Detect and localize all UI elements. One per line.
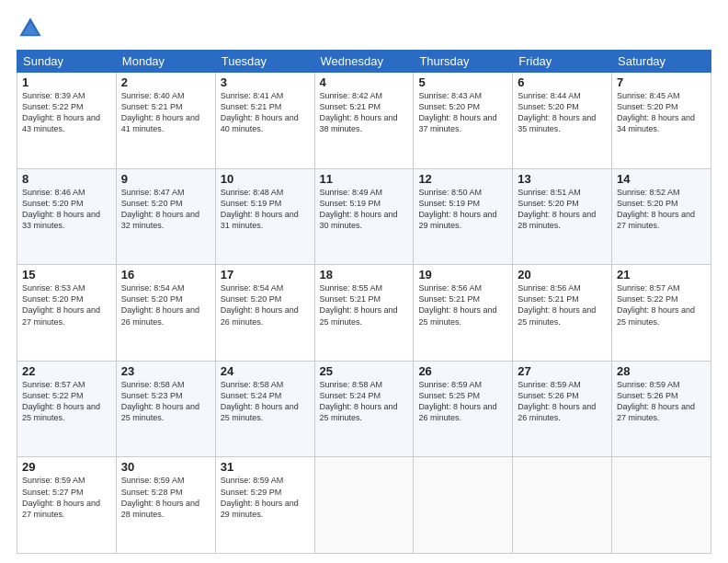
calendar-cell: 11 Sunrise: 8:49 AMSunset: 5:19 PMDaylig… [314, 168, 414, 265]
day-number: 30 [121, 460, 210, 474]
cell-info: Sunrise: 8:59 AMSunset: 5:26 PMDaylight:… [518, 380, 596, 422]
calendar-cell: 20 Sunrise: 8:56 AMSunset: 5:21 PMDaylig… [513, 265, 612, 362]
cell-info: Sunrise: 8:48 AMSunset: 5:19 PMDaylight:… [221, 188, 299, 230]
cell-info: Sunrise: 8:39 AMSunset: 5:22 PMDaylight:… [22, 91, 100, 133]
page: SundayMondayTuesdayWednesdayThursdayFrid… [0, 0, 728, 563]
header [17, 15, 711, 42]
calendar-week-row: 15 Sunrise: 8:53 AMSunset: 5:20 PMDaylig… [17, 265, 711, 362]
calendar-cell: 9 Sunrise: 8:47 AMSunset: 5:20 PMDayligh… [116, 168, 215, 265]
day-number: 16 [121, 268, 210, 282]
day-number: 22 [22, 364, 111, 378]
cell-info: Sunrise: 8:59 AMSunset: 5:27 PMDaylight:… [22, 476, 100, 518]
day-number: 24 [221, 364, 310, 378]
weekday-header: Monday [116, 51, 215, 73]
cell-info: Sunrise: 8:58 AMSunset: 5:23 PMDaylight:… [121, 380, 199, 422]
calendar-week-row: 8 Sunrise: 8:46 AMSunset: 5:20 PMDayligh… [17, 168, 711, 265]
calendar-cell: 10 Sunrise: 8:48 AMSunset: 5:19 PMDaylig… [215, 168, 314, 265]
day-number: 7 [617, 75, 706, 89]
day-number: 20 [518, 268, 607, 282]
calendar-cell: 27 Sunrise: 8:59 AMSunset: 5:26 PMDaylig… [513, 361, 612, 457]
day-number: 1 [22, 75, 111, 89]
day-number: 11 [320, 172, 409, 186]
calendar-cell: 1 Sunrise: 8:39 AMSunset: 5:22 PMDayligh… [17, 73, 117, 169]
calendar-body: 1 Sunrise: 8:39 AMSunset: 5:22 PMDayligh… [17, 73, 711, 554]
logo-icon [17, 15, 44, 42]
weekday-header: Sunday [17, 51, 117, 73]
day-number: 8 [22, 172, 111, 186]
cell-info: Sunrise: 8:53 AMSunset: 5:20 PMDaylight:… [22, 283, 100, 326]
cell-info: Sunrise: 8:59 AMSunset: 5:26 PMDaylight:… [617, 380, 695, 422]
calendar-cell: 24 Sunrise: 8:58 AMSunset: 5:24 PMDaylig… [215, 361, 314, 457]
cell-info: Sunrise: 8:58 AMSunset: 5:24 PMDaylight:… [320, 380, 398, 422]
day-number: 2 [121, 75, 210, 89]
cell-info: Sunrise: 8:55 AMSunset: 5:21 PMDaylight:… [320, 283, 398, 326]
calendar-cell: 23 Sunrise: 8:58 AMSunset: 5:23 PMDaylig… [116, 361, 215, 457]
calendar-cell [314, 457, 414, 554]
weekday-header: Thursday [414, 51, 513, 73]
day-number: 6 [518, 75, 607, 89]
calendar-cell: 28 Sunrise: 8:59 AMSunset: 5:26 PMDaylig… [612, 361, 711, 457]
calendar-cell: 8 Sunrise: 8:46 AMSunset: 5:20 PMDayligh… [17, 168, 117, 265]
calendar-cell [414, 457, 513, 554]
day-number: 4 [320, 75, 409, 89]
calendar-cell: 2 Sunrise: 8:40 AMSunset: 5:21 PMDayligh… [116, 73, 215, 169]
weekday-header: Tuesday [215, 51, 314, 73]
weekday-row: SundayMondayTuesdayWednesdayThursdayFrid… [17, 51, 711, 73]
cell-info: Sunrise: 8:42 AMSunset: 5:21 PMDaylight:… [320, 91, 398, 133]
day-number: 27 [518, 364, 607, 378]
calendar-cell: 13 Sunrise: 8:51 AMSunset: 5:20 PMDaylig… [513, 168, 612, 265]
day-number: 10 [221, 172, 310, 186]
cell-info: Sunrise: 8:52 AMSunset: 5:20 PMDaylight:… [617, 188, 695, 230]
cell-info: Sunrise: 8:56 AMSunset: 5:21 PMDaylight:… [418, 283, 496, 326]
calendar-cell: 15 Sunrise: 8:53 AMSunset: 5:20 PMDaylig… [17, 265, 117, 362]
cell-info: Sunrise: 8:54 AMSunset: 5:20 PMDaylight:… [221, 283, 299, 326]
day-number: 23 [121, 364, 210, 378]
day-number: 18 [320, 268, 409, 282]
calendar-week-row: 29 Sunrise: 8:59 AMSunset: 5:27 PMDaylig… [17, 457, 711, 554]
weekday-header: Friday [513, 51, 612, 73]
day-number: 3 [221, 75, 310, 89]
day-number: 12 [418, 172, 507, 186]
calendar-cell: 7 Sunrise: 8:45 AMSunset: 5:20 PMDayligh… [612, 73, 711, 169]
cell-info: Sunrise: 8:46 AMSunset: 5:20 PMDaylight:… [22, 188, 100, 230]
logo [17, 15, 48, 42]
day-number: 31 [221, 460, 310, 474]
calendar-cell: 25 Sunrise: 8:58 AMSunset: 5:24 PMDaylig… [314, 361, 414, 457]
cell-info: Sunrise: 8:44 AMSunset: 5:20 PMDaylight:… [518, 91, 596, 133]
calendar-cell: 31 Sunrise: 8:59 AMSunset: 5:29 PMDaylig… [215, 457, 314, 554]
weekday-header: Wednesday [314, 51, 414, 73]
calendar-cell: 18 Sunrise: 8:55 AMSunset: 5:21 PMDaylig… [314, 265, 414, 362]
calendar-header: SundayMondayTuesdayWednesdayThursdayFrid… [17, 51, 711, 73]
day-number: 26 [418, 364, 507, 378]
calendar-cell: 30 Sunrise: 8:59 AMSunset: 5:28 PMDaylig… [116, 457, 215, 554]
cell-info: Sunrise: 8:41 AMSunset: 5:21 PMDaylight:… [221, 91, 299, 133]
weekday-header: Saturday [612, 51, 711, 73]
day-number: 15 [22, 268, 111, 282]
cell-info: Sunrise: 8:49 AMSunset: 5:19 PMDaylight:… [320, 188, 398, 230]
calendar-cell: 21 Sunrise: 8:57 AMSunset: 5:22 PMDaylig… [612, 265, 711, 362]
calendar-week-row: 1 Sunrise: 8:39 AMSunset: 5:22 PMDayligh… [17, 73, 711, 169]
cell-info: Sunrise: 8:50 AMSunset: 5:19 PMDaylight:… [418, 188, 496, 230]
day-number: 25 [320, 364, 409, 378]
calendar-cell: 14 Sunrise: 8:52 AMSunset: 5:20 PMDaylig… [612, 168, 711, 265]
calendar-week-row: 22 Sunrise: 8:57 AMSunset: 5:22 PMDaylig… [17, 361, 711, 457]
day-number: 13 [518, 172, 607, 186]
cell-info: Sunrise: 8:57 AMSunset: 5:22 PMDaylight:… [617, 283, 695, 326]
calendar-cell: 12 Sunrise: 8:50 AMSunset: 5:19 PMDaylig… [414, 168, 513, 265]
calendar-cell: 3 Sunrise: 8:41 AMSunset: 5:21 PMDayligh… [215, 73, 314, 169]
day-number: 14 [617, 172, 706, 186]
day-number: 5 [418, 75, 507, 89]
day-number: 9 [121, 172, 210, 186]
cell-info: Sunrise: 8:58 AMSunset: 5:24 PMDaylight:… [221, 380, 299, 422]
cell-info: Sunrise: 8:59 AMSunset: 5:29 PMDaylight:… [221, 476, 299, 518]
day-number: 21 [617, 268, 706, 282]
calendar-cell: 4 Sunrise: 8:42 AMSunset: 5:21 PMDayligh… [314, 73, 414, 169]
cell-info: Sunrise: 8:51 AMSunset: 5:20 PMDaylight:… [518, 188, 596, 230]
calendar-cell: 22 Sunrise: 8:57 AMSunset: 5:22 PMDaylig… [17, 361, 117, 457]
cell-info: Sunrise: 8:54 AMSunset: 5:20 PMDaylight:… [121, 283, 199, 326]
cell-info: Sunrise: 8:47 AMSunset: 5:20 PMDaylight:… [121, 188, 199, 230]
day-number: 29 [22, 460, 111, 474]
calendar-cell: 29 Sunrise: 8:59 AMSunset: 5:27 PMDaylig… [17, 457, 117, 554]
calendar-cell: 19 Sunrise: 8:56 AMSunset: 5:21 PMDaylig… [414, 265, 513, 362]
calendar-cell: 6 Sunrise: 8:44 AMSunset: 5:20 PMDayligh… [513, 73, 612, 169]
